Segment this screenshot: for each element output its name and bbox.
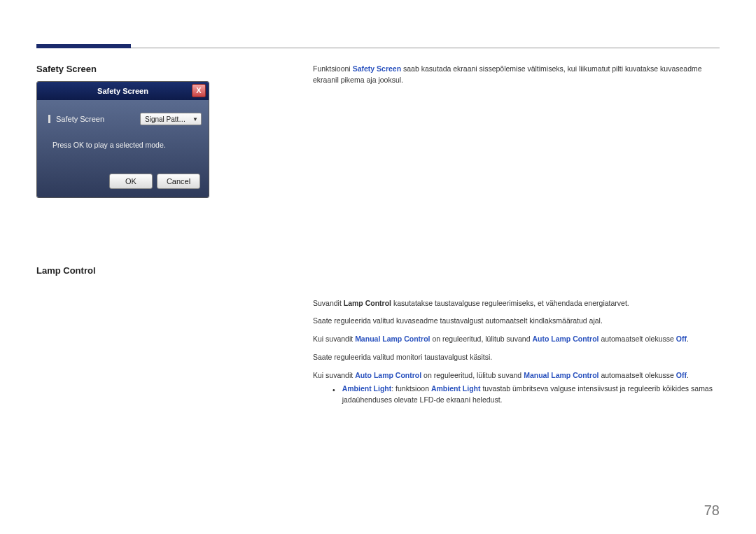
ok-button[interactable]: OK — [109, 174, 153, 189]
text: Kui suvandit — [313, 335, 355, 343]
dialog-message: Press OK to play a selected mode. — [44, 141, 202, 149]
chevron-down-icon: ▼ — [192, 116, 198, 122]
signal-pattern-select[interactable]: Signal Patt… ▼ — [140, 113, 202, 125]
safety-screen-label: Safety Screen — [56, 115, 134, 123]
dialog-button-row: OK Cancel — [44, 174, 202, 190]
text: Suvandit — [313, 299, 344, 307]
text: . — [687, 335, 689, 343]
ambient-light-term: Ambient Light — [342, 384, 392, 393]
ok-button-label: OK — [125, 177, 136, 185]
row-indicator — [48, 115, 50, 123]
right-column: Funktsiooni Safety Screen saab kasutada … — [313, 64, 720, 406]
left-column: Safety Screen Safety Screen X Safety Scr… — [36, 64, 313, 406]
lamp-control-term: Lamp Control — [344, 299, 391, 307]
text: Funktsiooni — [313, 64, 353, 73]
auto-lamp-term-2: Auto Lamp Control — [355, 371, 421, 379]
rule-accent-bar — [36, 44, 131, 48]
dialog-title-text: Safety Screen — [97, 87, 148, 95]
select-value: Signal Patt… — [145, 115, 186, 123]
text: Kui suvandit — [313, 371, 355, 379]
manual-lamp-term: Manual Lamp Control — [355, 335, 430, 343]
safety-screen-dialog: Safety Screen X Safety Screen Signal Pat… — [36, 81, 209, 198]
content-row: Safety Screen Safety Screen X Safety Scr… — [36, 64, 720, 406]
text: automaatselt olekusse — [598, 371, 676, 379]
dialog-body: Safety Screen Signal Patt… ▼ Press OK to… — [37, 100, 209, 197]
off-term: Off — [676, 335, 687, 343]
page-number: 78 — [704, 503, 720, 519]
lamp-control-heading: Lamp Control — [36, 265, 313, 276]
close-icon: X — [196, 87, 201, 94]
text: . — [687, 371, 689, 379]
lamp-p1: Suvandit Lamp Control kasutatakse tausta… — [313, 298, 720, 309]
lamp-p3: Kui suvandit Manual Lamp Control on regu… — [313, 334, 720, 345]
cancel-button[interactable]: Cancel — [157, 174, 200, 189]
safety-screen-term: Safety Screen — [353, 64, 401, 73]
auto-lamp-term: Auto Lamp Control — [532, 335, 598, 343]
rule-line — [36, 48, 720, 48]
ambient-light-term-2: Ambient Light — [431, 384, 481, 393]
ambient-light-bullet: • Ambient Light: funktsioon Ambient Ligh… — [332, 384, 720, 406]
spacer — [313, 93, 720, 298]
bullet-text: Ambient Light: funktsioon Ambient Light … — [342, 384, 720, 406]
bullet-icon: • — [332, 385, 335, 407]
manual-lamp-term-2: Manual Lamp Control — [524, 371, 598, 379]
safety-screen-heading: Safety Screen — [36, 64, 313, 74]
header-rule — [36, 44, 720, 48]
lamp-p5: Kui suvandit Auto Lamp Control on regule… — [313, 370, 720, 381]
text: on reguleeritud, lülitub suvand — [421, 371, 524, 379]
text: kasutatakse taustavalguse reguleerimisek… — [391, 299, 629, 307]
text: on reguleeritud, lülitub suvand — [430, 335, 532, 343]
text: : funktsioon — [391, 384, 431, 393]
close-button[interactable]: X — [192, 84, 206, 97]
dialog-field-row: Safety Screen Signal Patt… ▼ — [44, 113, 202, 125]
off-term-2: Off — [676, 371, 687, 379]
cancel-button-label: Cancel — [167, 177, 190, 185]
lamp-p4: Saate reguleerida valitud monitori taust… — [313, 352, 720, 363]
lamp-p2: Saate reguleerida valitud kuvaseadme tau… — [313, 316, 720, 327]
text: automaatselt olekusse — [598, 335, 676, 343]
safety-screen-paragraph: Funktsiooni Safety Screen saab kasutada … — [313, 64, 720, 86]
dialog-titlebar: Safety Screen X — [37, 82, 209, 100]
